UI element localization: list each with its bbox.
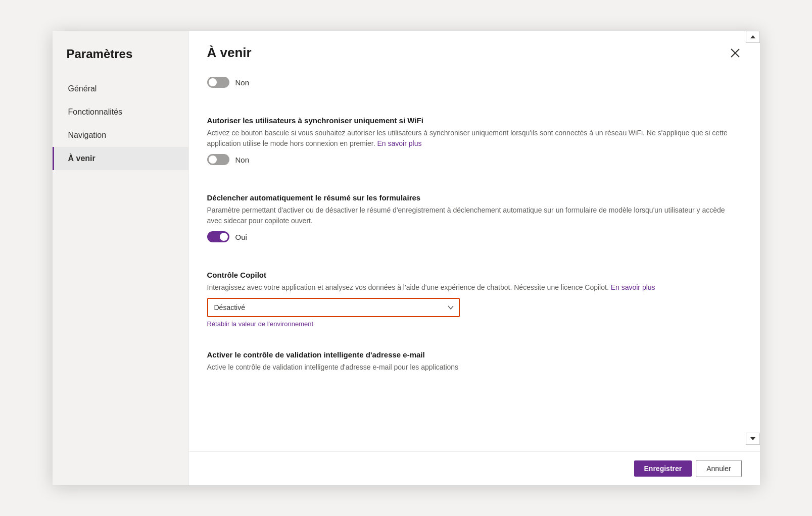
content-area: Non Autoriser les utilisateurs à synchro… (189, 69, 760, 451)
save-button[interactable]: Enregistrer (634, 460, 692, 477)
cancel-button[interactable]: Annuler (696, 460, 741, 477)
sidebar-item-fonctionnalites[interactable]: Fonctionnalités (53, 100, 188, 124)
sidebar-title: Paramètres (53, 47, 188, 77)
wifi-sync-toggle-track[interactable] (207, 154, 229, 165)
footer: Enregistrer Annuler (189, 451, 760, 485)
copilot-desc: Interagissez avec votre application et a… (207, 282, 742, 293)
page-title: À venir (207, 45, 252, 61)
chevron-up-icon (750, 35, 755, 39)
wifi-sync-toggle-thumb (209, 156, 217, 164)
form-summary-toggle-row: Oui (207, 231, 742, 242)
svg-marker-2 (750, 35, 755, 38)
copilot-dropdown[interactable]: Désactivé Activé Par défaut (208, 303, 443, 312)
wifi-sync-toggle[interactable] (207, 154, 229, 165)
chevron-down-icon (750, 437, 755, 441)
form-summary-toggle-track[interactable] (207, 231, 229, 242)
toggle1[interactable] (207, 77, 229, 88)
setting-section-wifi-sync: Autoriser les utilisateurs à synchronise… (207, 116, 742, 179)
wifi-sync-toggle-label: Non (235, 156, 250, 164)
sidebar-item-a-venir[interactable]: À venir (53, 147, 188, 170)
main-content: À venir (189, 31, 760, 485)
sidebar-item-navigation[interactable]: Navigation (53, 124, 188, 147)
form-summary-title: Déclencher automatiquement le résumé sur… (207, 193, 742, 202)
toggle1-thumb (209, 78, 217, 86)
chevron-down-icon (443, 304, 459, 311)
main-header: À venir (189, 31, 760, 69)
toggle1-track[interactable] (207, 77, 229, 88)
setting-section-copilot: Contrôle Copilot Interagissez avec votre… (207, 271, 742, 336)
copilot-reset-link[interactable]: Rétablir la valeur de l'environnement (207, 320, 314, 328)
email-validation-desc: Active le contrôle de validation intelli… (207, 362, 742, 373)
copilot-dropdown-container: Désactivé Activé Par défaut (207, 298, 460, 317)
close-icon (731, 48, 740, 58)
wifi-sync-title: Autoriser les utilisateurs à synchronise… (207, 116, 742, 125)
form-summary-toggle-label: Oui (235, 233, 247, 241)
scroll-up-arrow[interactable] (746, 31, 760, 43)
form-summary-toggle-thumb (220, 233, 228, 241)
sidebar: Paramètres Général Fonctionnalités Navig… (53, 31, 189, 485)
form-summary-desc: Paramètre permettant d'activer ou de dés… (207, 205, 742, 226)
copilot-title: Contrôle Copilot (207, 271, 742, 279)
close-button[interactable] (729, 46, 742, 60)
setting-section-toggle1: Non (207, 77, 742, 102)
svg-marker-3 (750, 437, 755, 440)
copilot-link[interactable]: En savoir plus (611, 283, 655, 291)
email-validation-title: Activer le contrôle de validation intell… (207, 350, 742, 359)
wifi-sync-desc-text: Activez ce bouton bascule si vous souhai… (207, 129, 728, 147)
form-summary-toggle[interactable] (207, 231, 229, 242)
toggle1-label: Non (235, 78, 250, 87)
settings-modal: Paramètres Général Fonctionnalités Navig… (53, 31, 760, 485)
sidebar-item-general[interactable]: Général (53, 77, 188, 100)
wifi-sync-desc: Activez ce bouton bascule si vous souhai… (207, 128, 742, 149)
setting-section-email-validation: Activer le contrôle de validation intell… (207, 350, 742, 386)
scroll-down-arrow[interactable] (746, 433, 760, 445)
setting-section-form-summary: Déclencher automatiquement le résumé sur… (207, 193, 742, 256)
toggle1-row: Non (207, 77, 742, 88)
wifi-sync-link[interactable]: En savoir plus (377, 139, 421, 147)
wifi-sync-toggle-row: Non (207, 154, 742, 165)
copilot-desc-text: Interagissez avec votre application et a… (207, 283, 611, 291)
